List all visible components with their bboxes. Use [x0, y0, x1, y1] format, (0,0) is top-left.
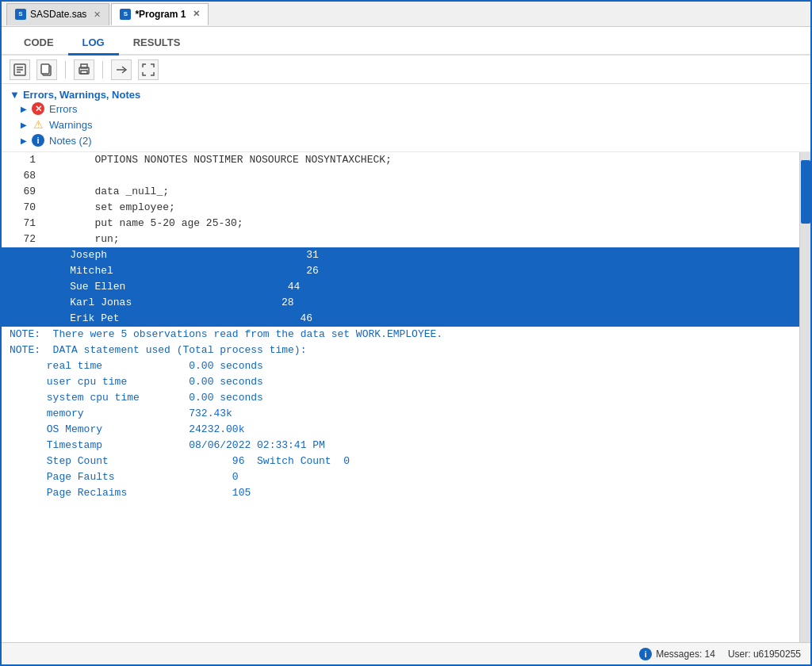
toolbar: [2, 56, 810, 84]
status-bar: i Messages: 14 User: u61950255: [2, 642, 810, 664]
data-name-joseph: Joseph: [45, 247, 220, 263]
nav-tabs: CODE LOG RESULTS: [2, 27, 810, 56]
ewn-errors-arrow: ▶: [21, 105, 27, 113]
line-num-69: 69: [2, 184, 45, 200]
data-row-karljonas: Karl Jonas 28: [2, 295, 799, 311]
print-icon: [77, 63, 91, 77]
toolbar-btn-expand[interactable]: [111, 59, 132, 80]
ewn-header-label: Errors, Warnings, Notes: [23, 89, 140, 101]
info-icon: i: [32, 134, 44, 147]
tab-program1-label: *Program 1: [135, 9, 186, 20]
export-icon: [13, 63, 27, 77]
toolbar-btn-fullscreen[interactable]: [138, 59, 159, 80]
svg-rect-5: [41, 64, 49, 74]
content-area: 1 OPTIONS NONOTES NOSTIMER NOSOURCE NOSY…: [2, 152, 810, 642]
line-code-71: put name 5-20 age 25-30;: [45, 216, 799, 232]
toolbar-btn-1[interactable]: [10, 59, 30, 80]
line-num-72: 72: [2, 232, 45, 247]
data-name-mitchel: Mitchel: [45, 263, 220, 279]
status-messages-label: Messages: 14: [656, 649, 715, 660]
line-code-72: run;: [45, 232, 799, 247]
copy-icon: [40, 63, 54, 77]
ewn-section: ▼ Errors, Warnings, Notes ▶ ✕ Errors ▶ ⚠…: [2, 84, 810, 152]
warning-icon: ⚠: [32, 118, 44, 131]
line-code-1: OPTIONS NONOTES NOSTIMER NOSOURCE NOSYNT…: [45, 152, 799, 168]
tab-results[interactable]: RESULTS: [119, 32, 195, 56]
toolbar-btn-2[interactable]: [36, 59, 57, 80]
status-user-label: User: u61950255: [728, 649, 801, 660]
stat-step-count: Step Count 96 Switch Count 0: [2, 454, 799, 469]
log-line-68: 68: [2, 168, 799, 184]
fullscreen-icon: [141, 63, 155, 77]
scrollbar-thumb[interactable]: [801, 160, 810, 224]
data-name-sueellen: Sue Ellen: [45, 279, 220, 295]
stat-memory: memory 732.43k: [2, 406, 799, 422]
line-num-70: 70: [2, 200, 45, 216]
title-bar: S SASDate.sas ✕ S *Program 1 ✕: [2, 2, 810, 27]
svg-rect-8: [81, 71, 87, 74]
note-line-1: NOTE: There were 5 observations read fro…: [2, 327, 799, 343]
tab-code[interactable]: CODE: [10, 32, 68, 56]
line-code-70: set employee;: [45, 200, 799, 216]
data-age-mitchel: 26: [220, 263, 251, 279]
expand-icon: [114, 63, 128, 77]
log-line-69: 69 data _null_;: [2, 184, 799, 200]
sas-file-icon: S: [15, 9, 26, 20]
toolbar-separator-2: [102, 61, 103, 78]
ewn-notes-arrow: ▶: [21, 136, 27, 145]
data-row-joseph: Joseph 31: [2, 247, 799, 263]
data-row-mitchel: Mitchel 26: [2, 263, 799, 279]
sas-program-icon: S: [120, 9, 131, 20]
ewn-errors-item[interactable]: ▶ ✕ Errors: [10, 101, 802, 117]
tab-log[interactable]: LOG: [68, 32, 119, 56]
data-row-erikpet: Erik Pet 46: [2, 311, 799, 327]
line-num-1: 1: [2, 152, 45, 168]
ewn-warnings-item[interactable]: ▶ ⚠ Warnings: [10, 117, 802, 132]
status-messages: i Messages: 14: [639, 648, 715, 660]
log-line-70: 70 set employee;: [2, 200, 799, 216]
svg-rect-7: [81, 64, 87, 68]
stat-page-reclaims: Page Reclaims 105: [2, 485, 799, 501]
data-name-erikpet: Erik Pet: [45, 311, 220, 327]
log-line-1: 1 OPTIONS NONOTES NOSTIMER NOSOURCE NOSY…: [2, 152, 799, 168]
stat-os-memory: OS Memory 24232.00k: [2, 422, 799, 438]
log-scroll[interactable]: 1 OPTIONS NONOTES NOSTIMER NOSOURCE NOSY…: [2, 152, 799, 642]
tab-sasdate[interactable]: S SASDate.sas ✕: [6, 3, 109, 25]
ewn-errors-label: Errors: [49, 103, 77, 115]
scrollbar-track[interactable]: [799, 152, 810, 642]
data-row-sueellen: Sue Ellen 44: [2, 279, 799, 295]
line-num-71: 71: [2, 216, 45, 232]
log-line-72: 72 run;: [2, 232, 799, 247]
ewn-warnings-arrow: ▶: [21, 121, 27, 129]
ewn-notes-label: Notes (2): [49, 135, 91, 147]
toolbar-btn-print[interactable]: [74, 59, 94, 80]
stat-timestamp: Timestamp 08/06/2022 02:33:41 PM: [2, 438, 799, 454]
stat-real-time: real time 0.00 seconds: [2, 358, 799, 374]
data-age-joseph: 31: [220, 247, 251, 263]
data-name-karljonas: Karl Jonas: [45, 295, 220, 311]
stat-page-faults: Page Faults 0: [2, 469, 799, 485]
stat-system-cpu: system cpu time 0.00 seconds: [2, 390, 799, 406]
line-code-68: [45, 168, 799, 184]
ewn-header[interactable]: ▼ Errors, Warnings, Notes: [10, 89, 802, 101]
data-age-karljonas: 28: [220, 295, 251, 311]
tab-sasdate-close[interactable]: ✕: [94, 10, 101, 20]
data-age-sueellen: 44: [220, 279, 251, 295]
status-info-icon: i: [639, 648, 652, 660]
stat-user-cpu: user cpu time 0.00 seconds: [2, 374, 799, 390]
toolbar-separator: [65, 61, 66, 78]
log-line-71: 71 put name 5-20 age 25-30;: [2, 216, 799, 232]
data-age-erikpet: 46: [220, 311, 251, 327]
line-code-69: data _null_;: [45, 184, 799, 200]
line-num-68: 68: [2, 168, 45, 184]
note-line-2: NOTE: DATA statement used (Total process…: [2, 343, 799, 358]
tab-program1-close[interactable]: ✕: [193, 9, 200, 19]
ewn-notes-item[interactable]: ▶ i Notes (2): [10, 132, 802, 148]
ewn-warnings-label: Warnings: [49, 119, 92, 131]
error-icon: ✕: [32, 102, 44, 115]
tab-sasdate-label: SASDate.sas: [30, 9, 86, 20]
ewn-collapse-arrow: ▼: [10, 89, 20, 101]
tab-program1[interactable]: S *Program 1 ✕: [111, 3, 209, 25]
